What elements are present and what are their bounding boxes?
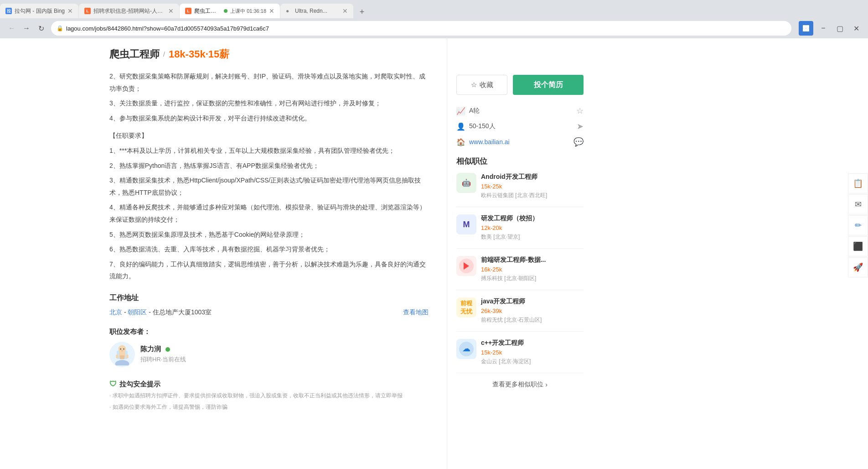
- action-buttons: ☆ 收藏 投个简历: [456, 75, 584, 95]
- android-job-title: Android开发工程师: [481, 173, 584, 181]
- company-website: 🏠 www.bailian.ai 💬: [456, 137, 584, 147]
- svg-rect-11: [116, 354, 118, 359]
- tab-title-4: Ultra, Redn...: [295, 8, 340, 14]
- cpp-logo: ☁: [456, 339, 476, 359]
- desc-line-10: 6、熟悉数据清洗、去重、入库等技术，具有数据挖掘、机器学习背景者优先；: [109, 243, 429, 255]
- tab-title-2: 招聘求职信息-招聘网站-人才网: [93, 7, 165, 15]
- svg-rect-12: [126, 354, 129, 359]
- desc-line-2: 3、关注数据质量，进行监控，保证数据的完整性和准确性，对已有网站进行维护，并及时…: [109, 97, 429, 109]
- extensions-button[interactable]: [799, 21, 813, 36]
- home-icon: 🏠: [456, 138, 465, 146]
- frontend-job-company: 搏乐科技 [北京·朝阳区]: [481, 275, 584, 282]
- svg-point-6: [115, 360, 129, 365]
- publisher-card: 陈力润 招聘HR·当前在线: [109, 342, 429, 367]
- chat-icon[interactable]: 💬: [574, 137, 584, 147]
- people-icon: 👤: [456, 122, 465, 131]
- tab-close-4[interactable]: ✕: [342, 7, 348, 15]
- tab-timer: 上课中 01:36:18: [230, 8, 266, 15]
- frontend-logo: [456, 256, 476, 276]
- similar-job-java[interactable]: 前程无忧 java开发工程师 26k-39k 前程无忧 [北京·石景山区]: [456, 297, 584, 332]
- district-link[interactable]: 朝阳区: [128, 308, 147, 316]
- safety-title-text: 拉勾安全提示: [119, 380, 160, 389]
- work-address-title: 工作地址: [109, 293, 429, 303]
- job-salary: 18k-35k·15薪: [169, 47, 229, 61]
- similar-job-research[interactable]: M 研发工程师（校招） 12k-20k 数美 [北京·望京]: [456, 214, 584, 249]
- tab-favicon-3: L: [185, 8, 191, 14]
- company-meta: 📈 A轮 ☆ 👤 50-150人 ➤ 🏠 www.bailian.ai 💬: [456, 106, 584, 147]
- desc-line-8: 4、精通各种反爬技术，并能够通过多种应对策略（如代理池、模拟登录、验证码与滑块的…: [109, 201, 429, 225]
- java-logo: 前程无忧: [456, 297, 476, 318]
- bookmark-icon[interactable]: ☆: [576, 106, 584, 116]
- close-window-button[interactable]: ✕: [850, 22, 863, 35]
- shield-icon: 🛡: [109, 380, 117, 388]
- svg-point-5: [118, 345, 126, 353]
- desc-line-4: 【任职要求】: [109, 130, 429, 142]
- edit-icon[interactable]: ✏: [848, 215, 868, 235]
- website-link[interactable]: www.bailian.ai: [469, 138, 510, 146]
- tab-job-detail[interactable]: L 爬虫工程师招聘-2021年互... 上课中 01:36:18 ✕: [180, 4, 280, 18]
- chart-icon: 📈: [456, 107, 465, 115]
- resume-icon[interactable]: 📋: [848, 173, 868, 193]
- publisher-role: 招聘HR·当前在线: [140, 355, 186, 364]
- tab-close-2[interactable]: ✕: [168, 7, 174, 15]
- view-map-link[interactable]: 查看地图: [403, 308, 429, 317]
- forward-button[interactable]: →: [20, 22, 33, 35]
- tab-favicon-4: ●: [286, 8, 292, 14]
- desc-line-9: 5、熟悉网页数据采集原理及技术，熟悉基于Cookie的网站登录原理；: [109, 229, 429, 241]
- safety-tip-2: · 如遇岗位要求海外工作，请提高警惕，谨防诈骗: [109, 403, 429, 412]
- android-logo: 🤖: [456, 173, 476, 193]
- desc-line-7: 3、精通数据采集技术，熟悉HttpClient/jsoup/XPath/CSS/…: [109, 174, 429, 198]
- java-job-title: java开发工程师: [481, 297, 584, 306]
- safety-tip-1: · 求职中如遇招聘方扣押证件、要求提供担保或收取财物，强迫入股或集资，收取不正当…: [109, 391, 429, 400]
- online-status-dot: [165, 347, 170, 352]
- android-job-salary: 15k-25k: [481, 183, 584, 190]
- collect-button[interactable]: ☆ 收藏: [456, 75, 507, 95]
- view-more-link[interactable]: 查看更多相似职位 ›: [456, 380, 584, 389]
- similar-job-android[interactable]: 🤖 Android开发工程师 15k-25k 欧科云链集团 [北京·西北旺]: [456, 173, 584, 207]
- publisher-avatar: [109, 342, 135, 367]
- tab-close-3[interactable]: ✕: [269, 7, 274, 15]
- qr-icon[interactable]: ⬛: [848, 236, 868, 256]
- similar-job-frontend[interactable]: 前端研发工程师-数据... 16k-25k 搏乐科技 [北京·朝阳区]: [456, 256, 584, 290]
- minimize-button[interactable]: −: [817, 22, 830, 35]
- cpp-job-company: 金山云 [北京·海淀区]: [481, 358, 584, 365]
- svg-rect-0: [803, 25, 806, 28]
- desc-line-5: 1、***本科及以上学历，计算机相关专业，五年以上大规模数据采集经验，具有团队管…: [109, 145, 429, 157]
- similar-job-cpp[interactable]: ☁ c++开发工程师 15k-25k 金山云 [北京·海淀区]: [456, 339, 584, 373]
- tab-online-indicator: [224, 9, 227, 13]
- company-round: 📈 A轮 ☆: [456, 106, 584, 116]
- tab-close-1[interactable]: ✕: [67, 7, 73, 15]
- round-value: A轮: [469, 107, 480, 115]
- new-tab-button[interactable]: +: [356, 5, 368, 18]
- city-link[interactable]: 北京: [109, 308, 122, 316]
- svg-rect-1: [806, 25, 809, 28]
- share-icon[interactable]: ➤: [577, 121, 584, 131]
- tab-title-1: 拉勾网 - 国内版 Bing: [15, 7, 65, 15]
- tab-ultra[interactable]: ● Ultra, Redn... ✕: [280, 4, 353, 18]
- job-description: 2、研究数据采集策略和防屏蔽规则，解决封账号、封IP、验证码、滑块等难点以及落地…: [109, 70, 429, 282]
- java-job-company: 前程无忧 [北京·石景山区]: [481, 316, 584, 324]
- job-title-bar: 爬虫工程师 / 18k-35k·15薪: [109, 47, 429, 61]
- work-address-section: 工作地址 北京 - 朝阳区 - 住总地产大厦1003室 查看地图: [109, 293, 429, 317]
- publisher-name: 陈力润: [140, 345, 161, 354]
- java-job-salary: 26k-39k: [481, 307, 584, 314]
- back-button[interactable]: ←: [5, 22, 18, 35]
- publisher-info: 陈力润 招聘HR·当前在线: [140, 345, 186, 364]
- side-actions: 📋 ✉ ✏ ⬛ 🚀: [848, 173, 868, 277]
- research-job-title: 研发工程师（校招）: [481, 214, 584, 223]
- refresh-button[interactable]: ↻: [35, 22, 47, 35]
- address-bar[interactable]: 🔒 lagou.com/jobs/8442860.html?show=60a7d…: [51, 21, 791, 36]
- rocket-icon[interactable]: 🚀: [848, 257, 868, 277]
- tab-lagou-bing[interactable]: 拉 拉勾网 - 国内版 Bing ✕: [0, 4, 78, 18]
- apply-button[interactable]: 投个简历: [513, 75, 584, 95]
- url-text: lagou.com/jobs/8442860.html?show=60a7d1d…: [66, 25, 269, 32]
- mail-icon[interactable]: ✉: [848, 194, 868, 214]
- tab-lagou-jobs[interactable]: L 招聘求职信息-招聘网站-人才网 ✕: [79, 4, 179, 18]
- publisher-section: 职位发布者：: [109, 328, 429, 367]
- maximize-button[interactable]: ▢: [833, 22, 846, 35]
- right-sidebar: ☆ 收藏 投个简历 📈 A轮 ☆ 👤 50-150人 ➤ 🏠 www.baili…: [447, 38, 593, 469]
- svg-text:☁: ☁: [462, 344, 470, 353]
- research-logo: M: [456, 214, 476, 234]
- svg-point-10: [123, 348, 124, 349]
- frontend-job-salary: 16k-25k: [481, 266, 584, 273]
